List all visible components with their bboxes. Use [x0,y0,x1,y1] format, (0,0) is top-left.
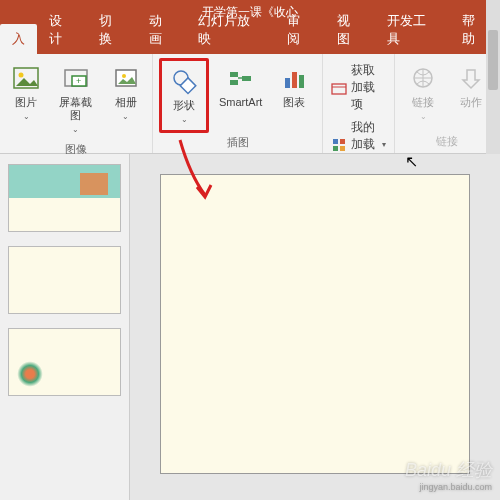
tab-view[interactable]: 视图 [325,6,375,54]
link-icon [407,62,439,94]
svg-rect-8 [180,78,196,94]
picture-icon [10,62,42,94]
album-icon [110,62,142,94]
pictures-button[interactable]: 图片⌄ [6,58,46,127]
workspace [0,154,500,500]
group-illustrations: 形状⌄ SmartArt 图表 插图 [153,54,323,153]
cursor-icon: ↖ [405,152,418,171]
chart-label: 图表 [283,96,305,109]
thumbnail-slide[interactable] [8,246,121,314]
tab-slideshow[interactable]: 幻灯片放映 [186,6,275,54]
album-button[interactable]: 相册⌄ [106,58,146,127]
tab-review[interactable]: 审阅 [275,6,325,54]
tab-insert[interactable]: 入 [0,24,37,54]
store-icon [331,80,347,96]
group-addins: 获取加载项 我的加载项 ▾ 加载项 [323,54,395,153]
shapes-icon [168,65,200,97]
chevron-down-icon: ▾ [382,140,386,149]
ribbon: 图片⌄ + 屏幕截图⌄ 相册⌄ 图像 形状⌄ [0,54,500,154]
svg-text:+: + [76,76,81,86]
svg-rect-10 [230,80,238,85]
link-button[interactable]: 链接⌄ [401,58,445,127]
svg-rect-18 [333,146,338,151]
svg-rect-13 [292,72,297,88]
chart-icon [278,62,310,94]
svg-rect-9 [230,72,238,77]
group-links-label: 链接 [436,132,458,151]
thumbnail-slide[interactable] [8,164,121,232]
shapes-button[interactable]: 形状⌄ [159,58,209,133]
screenshot-icon: + [60,62,92,94]
thumbnail-slide[interactable] [8,328,121,396]
slide-thumbnails[interactable] [0,154,130,500]
smartart-button[interactable]: SmartArt [213,58,268,113]
tab-animations[interactable]: 动画 [137,6,187,54]
tab-devtools[interactable]: 开发工具 [375,6,451,54]
smartart-label: SmartArt [219,96,262,109]
shapes-label: 形状⌄ [173,99,195,126]
get-addins-button[interactable]: 获取加载项 [331,62,386,113]
screenshot-label: 屏幕截图⌄ [56,96,95,136]
svg-rect-11 [242,76,251,81]
current-slide[interactable] [160,174,470,474]
svg-point-1 [19,73,24,78]
group-links: 链接⌄ 动作 链接 [395,54,500,153]
svg-rect-16 [333,139,338,144]
chart-button[interactable]: 图表 [272,58,316,113]
smartart-icon [225,62,257,94]
svg-rect-14 [299,75,304,88]
addins-icon [331,137,347,153]
tab-design[interactable]: 设计 [37,6,87,54]
svg-rect-12 [285,78,290,88]
album-label: 相册⌄ [115,96,137,123]
screenshot-button[interactable]: + 屏幕截图⌄ [50,58,101,140]
slide-editor[interactable] [130,154,500,500]
svg-rect-17 [340,139,345,144]
svg-point-6 [122,74,126,78]
pictures-label: 图片⌄ [15,96,37,123]
group-images: 图片⌄ + 屏幕截图⌄ 相册⌄ 图像 [0,54,153,153]
ribbon-tabs: 入 设计 切换 动画 幻灯片放映 审阅 视图 开发工具 帮助 [0,24,500,54]
action-icon [455,62,487,94]
tab-transitions[interactable]: 切换 [87,6,137,54]
group-illustrations-label: 插图 [227,133,249,152]
watermark: Baidu 经验 jingyan.baidu.com [405,458,492,492]
svg-rect-19 [340,146,345,151]
svg-rect-15 [332,84,346,94]
